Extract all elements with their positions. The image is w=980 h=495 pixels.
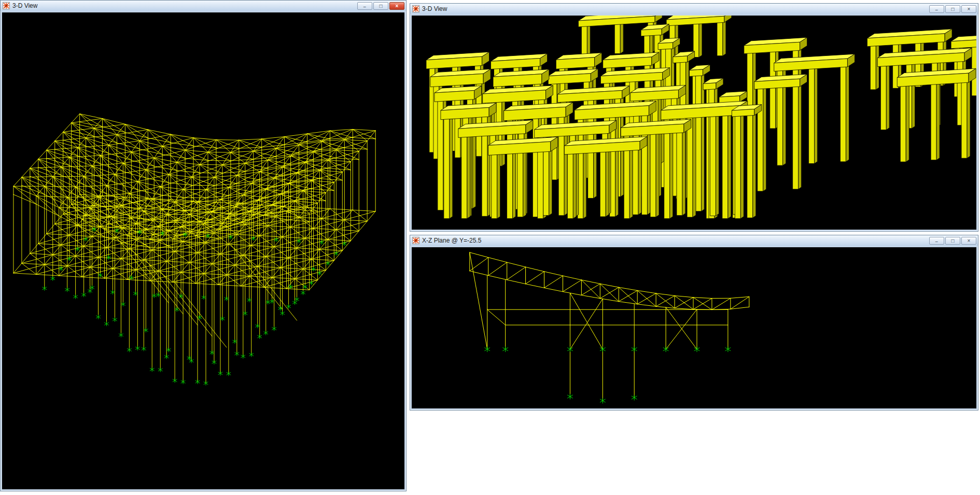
minimize-button[interactable]: − <box>929 5 944 13</box>
xz-plane-viewport-frame <box>412 247 976 408</box>
maximize-button[interactable]: □ <box>373 2 388 10</box>
app-icon <box>412 237 419 244</box>
window-xz-plane: X-Z Plane @ Y=-25.5 − □ × <box>410 235 978 411</box>
titlebar-extruded-3d[interactable]: 3-D View − □ × <box>410 4 978 14</box>
extruded-3d-viewport[interactable] <box>412 16 976 230</box>
maximize-button[interactable]: □ <box>945 237 960 245</box>
maximize-button[interactable]: □ <box>945 5 960 13</box>
close-button[interactable]: × <box>961 237 976 245</box>
main-3d-viewport[interactable] <box>2 12 404 489</box>
window-title: 3-D View <box>12 1 355 11</box>
main-3d-viewport-frame <box>2 12 404 489</box>
app-icon <box>412 5 419 12</box>
close-button[interactable]: × <box>389 2 404 10</box>
xz-plane-viewport[interactable] <box>412 247 976 408</box>
window-title: 3-D View <box>422 4 927 14</box>
window-3d-view-main: 3-D View − □ × <box>0 0 407 491</box>
window-title: X-Z Plane @ Y=-25.5 <box>422 235 927 246</box>
titlebar-main-3d[interactable]: 3-D View − □ × <box>1 1 406 11</box>
extruded-3d-viewport-frame <box>412 16 976 230</box>
titlebar-xz-plane[interactable]: X-Z Plane @ Y=-25.5 − □ × <box>410 235 978 246</box>
minimize-button[interactable]: − <box>357 2 372 10</box>
close-button[interactable]: × <box>961 5 976 13</box>
window-3d-view-extruded: 3-D View − □ × <box>410 3 978 232</box>
minimize-button[interactable]: − <box>929 237 944 245</box>
app-icon <box>3 2 10 9</box>
